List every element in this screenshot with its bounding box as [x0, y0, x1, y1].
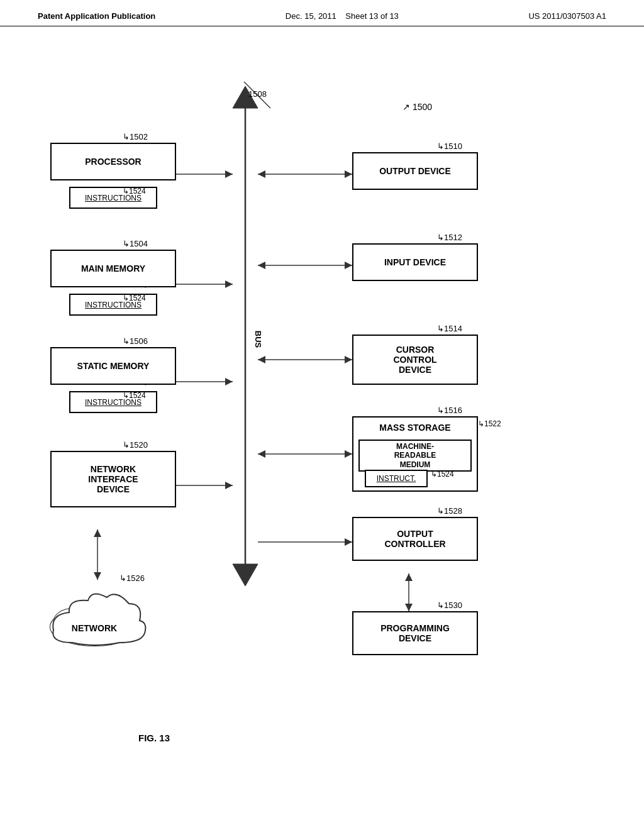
bus-label: BUS: [253, 331, 263, 348]
mass-instructions-label: INSTRUCT.: [377, 474, 416, 483]
network-cloud: NETWORK: [38, 580, 151, 649]
output-device-box: OUTPUT DEVICE: [352, 152, 478, 190]
svg-marker-28: [345, 538, 352, 546]
programming-device-label: PROGRAMMING DEVICE: [380, 623, 450, 643]
static-memory-box: STATIC MEMORY: [50, 347, 176, 385]
static-memory-label: STATIC MEMORY: [77, 361, 150, 371]
diagram-area: ↗ 1500 1508 BUS PROCESSOR ↳1502 INSTRUCT…: [0, 26, 644, 800]
ref-1500: ↗ 1500: [402, 102, 432, 112]
input-device-label: INPUT DEVICE: [384, 257, 446, 267]
svg-marker-34: [94, 572, 101, 580]
mass-storage-label: MASS STORAGE: [379, 423, 450, 433]
cursor-control-label: CURSOR CONTROL DEVICE: [393, 345, 436, 375]
ref-1508: 1508: [248, 89, 267, 99]
network-interface-label: NETWORK INTERFACE DEVICE: [88, 464, 138, 494]
header-right: US 2011/0307503 A1: [528, 11, 606, 21]
main-memory-label: MAIN MEMORY: [81, 263, 145, 274]
svg-marker-31: [405, 604, 413, 611]
svg-marker-23: [258, 356, 265, 363]
svg-marker-1: [233, 564, 258, 586]
svg-marker-30: [405, 573, 413, 581]
ref-1502: ↳1502: [123, 132, 148, 141]
svg-marker-25: [345, 450, 352, 458]
svg-text:NETWORK: NETWORK: [72, 623, 117, 633]
svg-marker-13: [225, 482, 233, 489]
programming-device-box: PROGRAMMING DEVICE: [352, 611, 478, 655]
svg-marker-19: [345, 262, 352, 269]
processor-box: PROCESSOR: [50, 143, 176, 180]
ref-1530: ↳1530: [437, 600, 462, 610]
output-controller-label: OUTPUT CONTROLLER: [384, 529, 445, 549]
ref-1524c: ↳1524: [123, 391, 146, 400]
output-device-label: OUTPUT DEVICE: [379, 166, 451, 176]
output-controller-box: OUTPUT CONTROLLER: [352, 517, 478, 561]
figure-label: FIG. 13: [138, 733, 170, 743]
header-left: Patent Application Publication: [38, 11, 155, 21]
ref-1520: ↳1520: [123, 440, 148, 450]
processor-label: PROCESSOR: [85, 157, 141, 167]
network-interface-box: NETWORK INTERFACE DEVICE: [50, 451, 176, 507]
svg-marker-26: [258, 450, 265, 458]
cursor-control-box: CURSOR CONTROL DEVICE: [352, 335, 478, 385]
svg-marker-16: [345, 170, 352, 178]
mass-instructions-box: INSTRUCT.: [365, 470, 428, 487]
main-memory-box: MAIN MEMORY: [50, 250, 176, 287]
svg-marker-33: [94, 529, 101, 537]
svg-marker-7: [225, 280, 233, 288]
ref-1514: ↳1514: [437, 324, 462, 333]
ref-1526: ↳1526: [119, 573, 145, 583]
ref-1524d: ↳1524: [431, 470, 454, 479]
ref-1512: ↳1512: [437, 233, 462, 242]
ref-1524b: ↳1524: [123, 294, 146, 302]
svg-marker-10: [225, 378, 233, 385]
svg-marker-17: [258, 170, 265, 178]
svg-marker-22: [345, 356, 352, 363]
ref-1528: ↳1528: [437, 506, 462, 516]
ref-1516: ↳1516: [437, 406, 462, 415]
page-header: Patent Application Publication Dec. 15, …: [0, 0, 644, 26]
input-device-box: INPUT DEVICE: [352, 243, 478, 281]
svg-marker-20: [258, 262, 265, 269]
ref-1522: ↳1522: [478, 419, 501, 428]
ref-1524a: ↳1524: [123, 187, 146, 196]
ref-1510: ↳1510: [437, 141, 462, 151]
page: Patent Application Publication Dec. 15, …: [0, 0, 644, 830]
header-date: Dec. 15, 2011 Sheet 13 of 13: [286, 11, 399, 21]
ref-1506: ↳1506: [123, 336, 148, 346]
svg-marker-4: [225, 170, 233, 178]
ref-1504: ↳1504: [123, 239, 148, 248]
